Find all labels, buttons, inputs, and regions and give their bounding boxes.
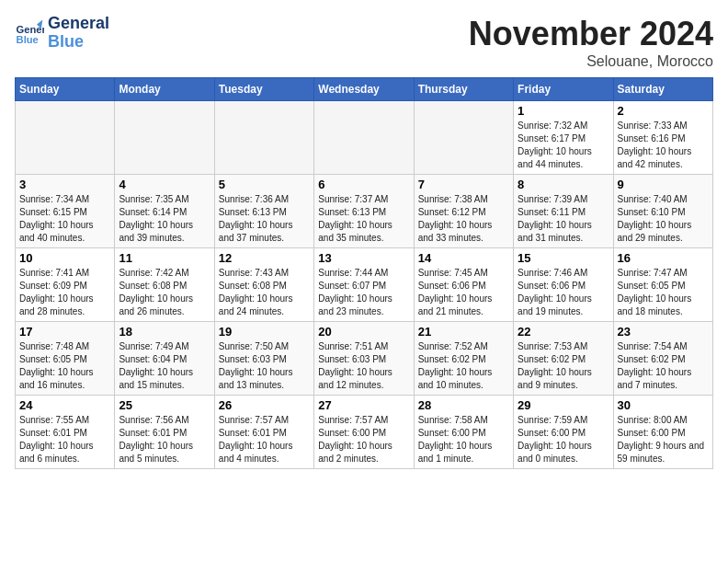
table-row (414, 101, 513, 175)
day-info: Sunrise: 7:57 AM Sunset: 6:01 PM Dayligh… (219, 414, 310, 465)
table-row: 5Sunrise: 7:36 AM Sunset: 6:13 PM Daylig… (214, 175, 313, 248)
table-row: 27Sunrise: 7:57 AM Sunset: 6:00 PM Dayli… (314, 396, 414, 469)
table-row: 20Sunrise: 7:51 AM Sunset: 6:03 PM Dayli… (314, 322, 414, 396)
page-header: General Blue General Blue November 2024 … (15, 15, 713, 70)
logo-text-line1: General (48, 15, 109, 33)
col-thursday: Thursday (414, 78, 513, 101)
day-info: Sunrise: 7:49 AM Sunset: 6:04 PM Dayligh… (119, 340, 210, 392)
table-row (214, 101, 313, 175)
table-row: 4Sunrise: 7:35 AM Sunset: 6:14 PM Daylig… (115, 175, 214, 248)
title-block: November 2024 Selouane, Morocco (469, 15, 713, 70)
col-monday: Monday (115, 78, 214, 101)
calendar-header-row: Sunday Monday Tuesday Wednesday Thursday… (16, 78, 713, 101)
location: Selouane, Morocco (469, 53, 713, 70)
day-number: 20 (318, 325, 409, 339)
table-row: 12Sunrise: 7:43 AM Sunset: 6:08 PM Dayli… (214, 248, 313, 322)
day-number: 26 (219, 398, 310, 412)
day-number: 13 (318, 251, 409, 265)
table-row (115, 101, 214, 175)
table-row: 24Sunrise: 7:55 AM Sunset: 6:01 PM Dayli… (16, 396, 115, 469)
table-row (314, 101, 414, 175)
day-info: Sunrise: 7:51 AM Sunset: 6:03 PM Dayligh… (318, 340, 409, 392)
day-number: 18 (119, 325, 210, 339)
day-number: 27 (318, 398, 409, 412)
day-info: Sunrise: 7:38 AM Sunset: 6:12 PM Dayligh… (418, 193, 509, 245)
day-number: 6 (318, 178, 409, 191)
table-row: 1Sunrise: 7:32 AM Sunset: 6:17 PM Daylig… (514, 101, 613, 175)
day-number: 4 (119, 178, 210, 191)
table-row: 10Sunrise: 7:41 AM Sunset: 6:09 PM Dayli… (16, 248, 115, 322)
logo: General Blue General Blue (15, 15, 109, 52)
day-number: 29 (518, 398, 609, 412)
day-info: Sunrise: 7:50 AM Sunset: 6:03 PM Dayligh… (219, 340, 310, 392)
col-saturday: Saturday (613, 78, 712, 101)
day-number: 23 (618, 325, 709, 339)
table-row: 7Sunrise: 7:38 AM Sunset: 6:12 PM Daylig… (414, 175, 513, 248)
day-info: Sunrise: 7:37 AM Sunset: 6:13 PM Dayligh… (318, 193, 409, 245)
day-info: Sunrise: 7:54 AM Sunset: 6:02 PM Dayligh… (618, 340, 709, 392)
col-wednesday: Wednesday (314, 78, 414, 101)
day-number: 12 (219, 251, 310, 265)
day-number: 16 (618, 251, 709, 265)
day-info: Sunrise: 7:39 AM Sunset: 6:11 PM Dayligh… (518, 193, 609, 245)
day-number: 11 (119, 251, 210, 265)
day-info: Sunrise: 7:43 AM Sunset: 6:08 PM Dayligh… (219, 267, 310, 318)
day-number: 25 (119, 398, 210, 412)
table-row: 17Sunrise: 7:48 AM Sunset: 6:05 PM Dayli… (16, 322, 115, 396)
day-info: Sunrise: 7:53 AM Sunset: 6:02 PM Dayligh… (518, 340, 609, 392)
table-row: 25Sunrise: 7:56 AM Sunset: 6:01 PM Dayli… (115, 396, 214, 469)
day-info: Sunrise: 7:35 AM Sunset: 6:14 PM Dayligh… (119, 193, 210, 245)
table-row: 26Sunrise: 7:57 AM Sunset: 6:01 PM Dayli… (214, 396, 313, 469)
table-row: 8Sunrise: 7:39 AM Sunset: 6:11 PM Daylig… (514, 175, 613, 248)
day-info: Sunrise: 7:46 AM Sunset: 6:06 PM Dayligh… (518, 267, 609, 318)
calendar-week-row: 17Sunrise: 7:48 AM Sunset: 6:05 PM Dayli… (16, 322, 713, 396)
day-info: Sunrise: 7:33 AM Sunset: 6:16 PM Dayligh… (618, 120, 709, 171)
day-info: Sunrise: 7:36 AM Sunset: 6:13 PM Dayligh… (219, 193, 310, 245)
day-number: 5 (219, 178, 310, 191)
day-info: Sunrise: 7:42 AM Sunset: 6:08 PM Dayligh… (119, 267, 210, 318)
day-number: 17 (19, 325, 110, 339)
day-info: Sunrise: 7:44 AM Sunset: 6:07 PM Dayligh… (318, 267, 409, 318)
table-row: 22Sunrise: 7:53 AM Sunset: 6:02 PM Dayli… (514, 322, 613, 396)
table-row: 23Sunrise: 7:54 AM Sunset: 6:02 PM Dayli… (613, 322, 712, 396)
calendar-week-row: 24Sunrise: 7:55 AM Sunset: 6:01 PM Dayli… (16, 396, 713, 469)
calendar-week-row: 3Sunrise: 7:34 AM Sunset: 6:15 PM Daylig… (16, 175, 713, 248)
table-row: 19Sunrise: 7:50 AM Sunset: 6:03 PM Dayli… (214, 322, 313, 396)
table-row: 21Sunrise: 7:52 AM Sunset: 6:02 PM Dayli… (414, 322, 513, 396)
table-row: 11Sunrise: 7:42 AM Sunset: 6:08 PM Dayli… (115, 248, 214, 322)
logo-icon: General Blue (15, 18, 44, 48)
calendar-table: Sunday Monday Tuesday Wednesday Thursday… (15, 77, 713, 469)
day-number: 1 (518, 104, 609, 118)
calendar-week-row: 1Sunrise: 7:32 AM Sunset: 6:17 PM Daylig… (16, 101, 713, 175)
day-info: Sunrise: 7:58 AM Sunset: 6:00 PM Dayligh… (418, 414, 509, 465)
day-info: Sunrise: 7:52 AM Sunset: 6:02 PM Dayligh… (418, 340, 509, 392)
table-row: 2Sunrise: 7:33 AM Sunset: 6:16 PM Daylig… (613, 101, 712, 175)
day-info: Sunrise: 7:55 AM Sunset: 6:01 PM Dayligh… (19, 414, 110, 465)
day-info: Sunrise: 8:00 AM Sunset: 6:00 PM Dayligh… (618, 414, 709, 465)
col-tuesday: Tuesday (214, 78, 313, 101)
day-number: 9 (618, 178, 709, 191)
day-info: Sunrise: 7:34 AM Sunset: 6:15 PM Dayligh… (19, 193, 110, 245)
day-number: 3 (19, 178, 110, 191)
table-row: 6Sunrise: 7:37 AM Sunset: 6:13 PM Daylig… (314, 175, 414, 248)
calendar-week-row: 10Sunrise: 7:41 AM Sunset: 6:09 PM Dayli… (16, 248, 713, 322)
table-row: 18Sunrise: 7:49 AM Sunset: 6:04 PM Dayli… (115, 322, 214, 396)
day-number: 30 (618, 398, 709, 412)
col-friday: Friday (514, 78, 613, 101)
logo-text-line2: Blue (48, 33, 109, 52)
table-row: 13Sunrise: 7:44 AM Sunset: 6:07 PM Dayli… (314, 248, 414, 322)
table-row: 29Sunrise: 7:59 AM Sunset: 6:00 PM Dayli… (514, 396, 613, 469)
day-info: Sunrise: 7:56 AM Sunset: 6:01 PM Dayligh… (119, 414, 210, 465)
day-info: Sunrise: 7:41 AM Sunset: 6:09 PM Dayligh… (19, 267, 110, 318)
day-number: 22 (518, 325, 609, 339)
svg-text:Blue: Blue (17, 34, 39, 45)
day-number: 10 (19, 251, 110, 265)
day-info: Sunrise: 7:32 AM Sunset: 6:17 PM Dayligh… (518, 120, 609, 171)
table-row: 28Sunrise: 7:58 AM Sunset: 6:00 PM Dayli… (414, 396, 513, 469)
day-number: 7 (418, 178, 509, 191)
day-info: Sunrise: 7:47 AM Sunset: 6:05 PM Dayligh… (618, 267, 709, 318)
day-info: Sunrise: 7:40 AM Sunset: 6:10 PM Dayligh… (618, 193, 709, 245)
day-info: Sunrise: 7:48 AM Sunset: 6:05 PM Dayligh… (19, 340, 110, 392)
table-row: 14Sunrise: 7:45 AM Sunset: 6:06 PM Dayli… (414, 248, 513, 322)
day-number: 28 (418, 398, 509, 412)
